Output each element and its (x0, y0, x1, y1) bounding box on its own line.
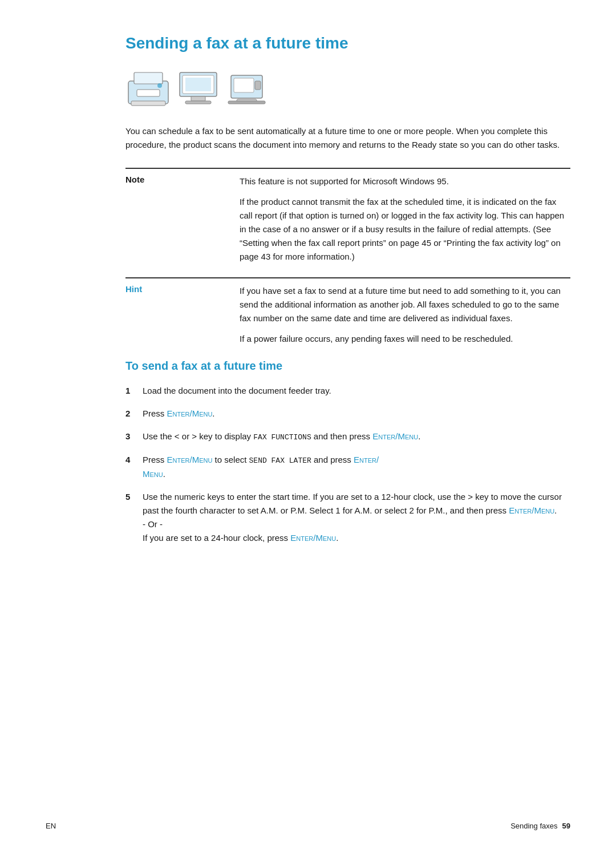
section-subtitle: To send a fax at a future time (125, 359, 570, 373)
hint-section: Hint If you have set a fax to send at a … (125, 277, 570, 346)
footer: EN Sending faxes 59 (0, 822, 616, 830)
hint-text-2: If a power failure occurs, any pending f… (240, 332, 570, 346)
step-5-content: Use the numeric keys to enter the start … (143, 490, 570, 545)
step-4-link1: Enter/Menu (167, 455, 213, 464)
svg-rect-14 (228, 101, 265, 104)
svg-point-4 (157, 83, 162, 88)
step-3-num: 3 (125, 430, 143, 444)
footer-page-num: 59 (562, 822, 570, 830)
svg-rect-12 (255, 81, 261, 90)
svg-rect-8 (185, 101, 211, 104)
step-2-link: Enter/Menu (167, 409, 213, 418)
step-3-mono: FAX FUNCTIONS (253, 433, 311, 442)
svg-rect-11 (234, 78, 254, 92)
step-5-num: 5 (125, 490, 143, 545)
step-3: 3 Use the < or > key to display FAX FUNC… (125, 430, 570, 444)
step-5-or: - Or - (143, 519, 163, 529)
computer-icon (177, 70, 220, 108)
svg-rect-1 (134, 72, 163, 84)
step-1: 1 Load the document into the document fe… (125, 384, 570, 398)
footer-right: Sending faxes 59 (510, 822, 570, 830)
svg-rect-2 (137, 90, 160, 96)
step-1-num: 1 (125, 384, 143, 398)
step-4-num: 4 (125, 453, 143, 481)
step-4: 4 Press Enter/Menu to select SEND FAX LA… (125, 453, 570, 481)
note-secondary-text: If the product cannot transmit the fax a… (240, 195, 570, 264)
step-2-content: Press Enter/Menu. (143, 407, 570, 421)
page: Sending a fax at a future time (0, 0, 616, 853)
note-section: Note This feature is not supported for M… (125, 168, 570, 264)
step-2-num: 2 (125, 407, 143, 421)
svg-rect-9 (185, 78, 211, 91)
intro-text: You can schedule a fax to be sent automa… (125, 124, 570, 152)
device-icon (225, 70, 268, 108)
step-3-link: Enter/Menu (372, 431, 418, 441)
icon-row (125, 70, 570, 108)
hint-label-col: Hint (125, 277, 240, 346)
hint-body-col: If you have set a fax to send at a futur… (240, 277, 570, 346)
content-area: Sending a fax at a future time (125, 34, 570, 545)
svg-rect-3 (131, 101, 165, 106)
hint-text-1: If you have set a fax to send at a futur… (240, 284, 570, 325)
step-2: 2 Press Enter/Menu. (125, 407, 570, 421)
step-4-content: Press Enter/Menu to select SEND FAX LATE… (143, 453, 570, 481)
note-body-col: This feature is not supported for Micros… (240, 168, 570, 264)
step-3-content: Use the < or > key to display FAX FUNCTI… (143, 430, 570, 444)
step-5-link2: Enter/Menu (290, 533, 336, 543)
steps-list: 1 Load the document into the document fe… (125, 384, 570, 545)
note-primary-text: This feature is not supported for Micros… (240, 175, 570, 188)
printer-icon (125, 70, 171, 108)
step-5: 5 Use the numeric keys to enter the star… (125, 490, 570, 545)
step-5-link1: Enter/Menu (509, 506, 554, 515)
svg-rect-7 (191, 96, 205, 101)
hint-label: Hint (125, 284, 142, 294)
footer-left: EN (46, 822, 56, 830)
note-label: Note (125, 175, 144, 184)
step-4-mono: SEND FAX LATER (249, 456, 311, 465)
step-1-content: Load the document into the document feed… (143, 384, 570, 398)
page-title: Sending a fax at a future time (125, 34, 570, 52)
note-label-col: Note (125, 168, 240, 264)
footer-label: Sending faxes (510, 822, 557, 830)
